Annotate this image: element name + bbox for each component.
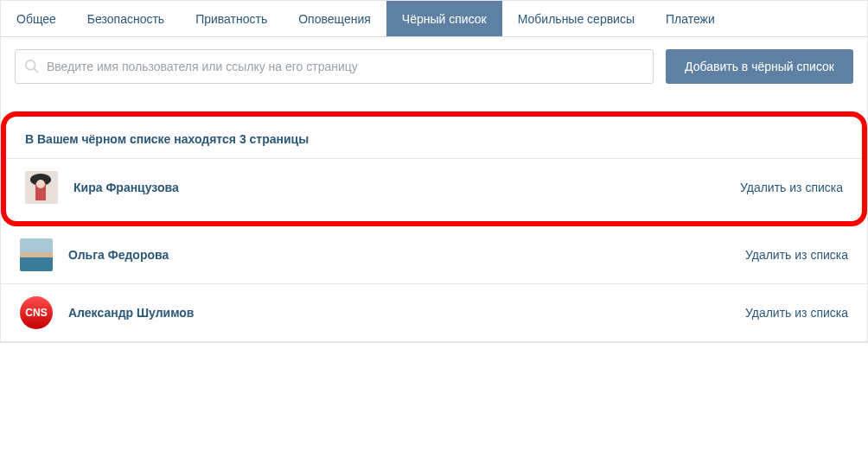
list-item: Кира Французова Удалить из списка [6, 159, 862, 216]
list-item: Ольга Федорова Удалить из списка [1, 226, 867, 284]
tab-general[interactable]: Общее [1, 1, 72, 36]
svg-line-1 [35, 69, 39, 73]
avatar [20, 238, 53, 271]
user-name-link[interactable]: Кира Французова [73, 181, 179, 194]
highlight-annotation: В Вашем чёрном списке находятся 3 страни… [1, 111, 867, 226]
search-row: Добавить в чёрный список [1, 37, 867, 96]
search-icon [24, 59, 40, 74]
tab-mobile[interactable]: Мобильные сервисы [502, 1, 650, 36]
svg-point-0 [26, 60, 35, 70]
svg-rect-7 [20, 256, 53, 271]
svg-point-5 [36, 180, 45, 188]
search-box[interactable] [15, 49, 654, 84]
svg-rect-8 [20, 252, 53, 257]
list-item: CNS Александр Шулимов Удалить из списка [1, 284, 867, 342]
avatar [25, 171, 58, 204]
tab-blacklist[interactable]: Чёрный список [386, 1, 502, 36]
tabs-bar: Общее Безопасность Приватность Оповещени… [1, 1, 867, 37]
remove-from-list-link[interactable]: Удалить из списка [745, 306, 848, 320]
avatar: CNS [20, 296, 53, 329]
tab-payments[interactable]: Платежи [650, 1, 731, 36]
remove-from-list-link[interactable]: Удалить из списка [745, 248, 848, 262]
tab-security[interactable]: Безопасность [72, 1, 180, 36]
user-name-link[interactable]: Ольга Федорова [68, 248, 169, 262]
settings-panel: Общее Безопасность Приватность Оповещени… [0, 0, 868, 343]
search-input[interactable] [47, 60, 644, 73]
blacklist-header: В Вашем чёрном списке находятся 3 страни… [6, 117, 862, 159]
tab-notifications[interactable]: Оповещения [283, 1, 386, 36]
tab-privacy[interactable]: Приватность [180, 1, 283, 36]
add-to-blacklist-button[interactable]: Добавить в чёрный список [666, 49, 853, 84]
user-name-link[interactable]: Александр Шулимов [68, 306, 194, 320]
remove-from-list-link[interactable]: Удалить из списка [740, 181, 843, 194]
